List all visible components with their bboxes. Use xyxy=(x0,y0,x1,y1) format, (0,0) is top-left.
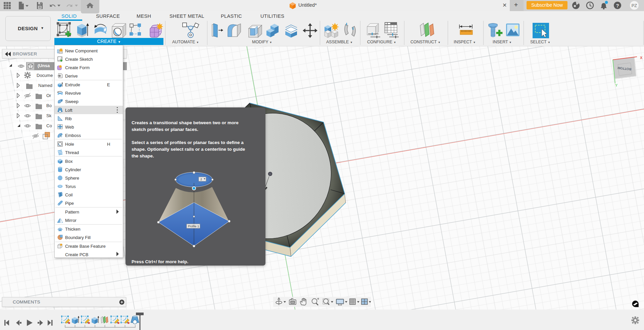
svg-text:E: E xyxy=(60,134,62,138)
svg-text:PZ: PZ xyxy=(632,3,637,8)
svg-text:Y: Y xyxy=(615,83,618,87)
svg-text:?: ? xyxy=(616,3,619,8)
svg-text:Profile 1: Profile 1 xyxy=(188,225,199,228)
svg-text:X: X xyxy=(640,56,643,60)
svg-text:2: 2 xyxy=(200,178,202,181)
